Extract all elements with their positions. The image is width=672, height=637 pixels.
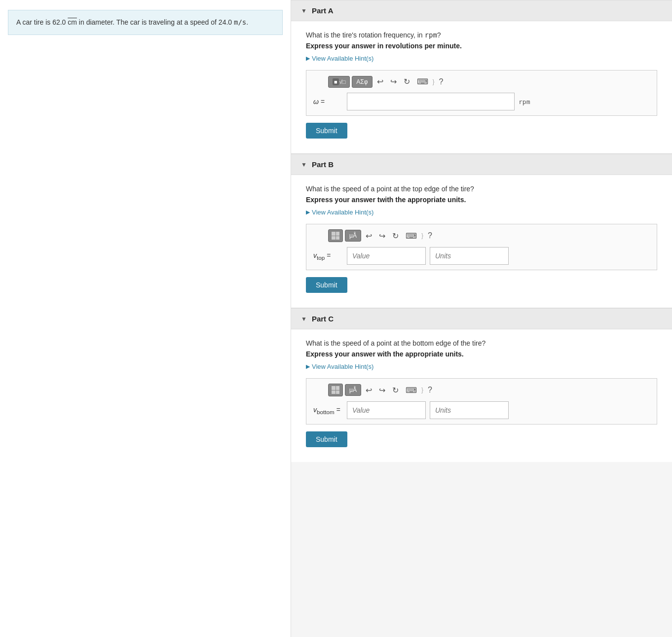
part-a-refresh-button[interactable]: ↻ — [401, 75, 412, 88]
part-a-header: ▼ Part A — [291, 0, 672, 21]
part-c-input-row: vbottom = — [313, 401, 650, 419]
part-c-section: ▼ Part C What is the speed of a point at… — [291, 308, 672, 462]
part-a-toolbar-sep: } — [433, 78, 435, 85]
part-a-hint-arrow: ▶ — [306, 55, 310, 62]
part-a-answer-input[interactable] — [347, 93, 515, 110]
part-b-help-button[interactable]: ? — [425, 230, 435, 242]
part-c-help-button[interactable]: ? — [425, 384, 435, 396]
part-a-greek-button[interactable]: ΑΣφ — [352, 76, 372, 88]
part-c-hint-arrow: ▶ — [306, 363, 310, 370]
part-c-submit-button[interactable]: Submit — [306, 431, 347, 447]
part-b-grid-button[interactable] — [328, 229, 343, 242]
part-b-title: Part B — [312, 160, 334, 169]
problem-statement: A car tire is 62.0 cm in diameter. The c… — [8, 10, 283, 35]
part-b-value-input[interactable] — [347, 247, 426, 265]
part-b-answer-box: μÅ ↩ ↪ ↻ ⌨ } ? vtop = — [306, 224, 657, 270]
part-b-hint-link[interactable]: ▶ View Available Hint(s) — [306, 209, 657, 216]
part-a-hint-text: View Available Hint(s) — [312, 55, 373, 62]
part-c-toolbar: μÅ ↩ ↪ ↻ ⌨ } ? — [313, 384, 650, 396]
part-a-undo-button[interactable]: ↩ — [374, 75, 386, 88]
part-b-units-input[interactable] — [430, 247, 509, 265]
part-c-answer-box: μÅ ↩ ↪ ↻ ⌨ } ? vbottom = — [306, 378, 657, 425]
part-a-input-label: ω = — [313, 98, 343, 106]
part-c-units-input[interactable] — [430, 401, 509, 419]
right-panel: ▼ Part A What is the tire's rotation fre… — [291, 0, 672, 637]
part-b-header: ▼ Part B — [291, 154, 672, 175]
part-b-undo-button[interactable]: ↩ — [363, 230, 374, 242]
part-b-instruction: Express your answer twith the appropriat… — [306, 196, 657, 204]
part-c-hint-link[interactable]: ▶ View Available Hint(s) — [306, 363, 657, 370]
part-b-toolbar: μÅ ↩ ↪ ↻ ⌨ } ? — [313, 229, 650, 242]
part-c-unit-button[interactable]: μÅ — [345, 384, 361, 396]
part-c-value-input[interactable] — [347, 401, 426, 419]
part-b-keyboard-button[interactable]: ⌨ — [403, 230, 419, 242]
part-a-toolbar: ■ √□ ΑΣφ ↩ ↪ ↻ ⌨ } ? — [313, 75, 650, 88]
left-panel: A car tire is 62.0 cm in diameter. The c… — [0, 0, 291, 637]
part-c-undo-button[interactable]: ↩ — [363, 384, 374, 396]
part-a-collapse-icon[interactable]: ▼ — [301, 7, 307, 14]
part-b-refresh-button[interactable]: ↻ — [390, 230, 401, 242]
part-c-refresh-button[interactable]: ↻ — [390, 384, 401, 396]
part-b-unit-button[interactable]: μÅ — [345, 230, 361, 242]
part-b-hint-arrow: ▶ — [306, 209, 310, 215]
part-b-redo-button[interactable]: ↪ — [376, 230, 388, 242]
part-c-grid-button[interactable] — [328, 384, 343, 396]
part-a-title: Part A — [312, 6, 334, 15]
part-a-instruction: Express your answer in revolutions per m… — [306, 42, 657, 50]
part-a-input-row: ω = rpm — [313, 93, 650, 110]
part-a-hint-link[interactable]: ▶ View Available Hint(s) — [306, 55, 657, 62]
part-c-instruction: Express your answer with the appropriate… — [306, 350, 657, 358]
part-c-keyboard-button[interactable]: ⌨ — [403, 384, 419, 396]
part-a-question: What is the tire's rotation frequency, i… — [306, 31, 657, 39]
part-c-header: ▼ Part C — [291, 308, 672, 329]
part-c-hint-text: View Available Hint(s) — [312, 363, 373, 370]
part-a-help-button[interactable]: ? — [437, 76, 446, 88]
part-b-section: ▼ Part B What is the speed of a point at… — [291, 154, 672, 308]
problem-text: A car tire is 62.0 cm in diameter. The c… — [16, 18, 248, 26]
part-a-redo-button[interactable]: ↪ — [388, 75, 399, 88]
part-c-input-label: vbottom = — [313, 406, 343, 415]
part-c-redo-button[interactable]: ↪ — [376, 384, 388, 396]
part-c-content: What is the speed of a point at the bott… — [291, 329, 672, 462]
part-a-unit-label: rpm — [519, 98, 530, 106]
part-a-section: ▼ Part A What is the tire's rotation fre… — [291, 0, 672, 153]
part-c-question: What is the speed of a point at the bott… — [306, 339, 657, 347]
part-a-submit-button[interactable]: Submit — [306, 123, 347, 139]
part-b-input-row: vtop = — [313, 247, 650, 265]
part-b-submit-button[interactable]: Submit — [306, 277, 347, 293]
part-b-question: What is the speed of a point at the top … — [306, 185, 657, 193]
part-c-title: Part C — [312, 315, 334, 323]
speed-unit: m/s — [234, 18, 246, 26]
part-a-content: What is the tire's rotation frequency, i… — [291, 21, 672, 153]
part-c-toolbar-sep: } — [421, 387, 423, 393]
part-b-collapse-icon[interactable]: ▼ — [301, 161, 307, 168]
part-a-keyboard-button[interactable]: ⌨ — [414, 75, 431, 88]
part-b-content: What is the speed of a point at the top … — [291, 175, 672, 308]
part-a-math-button[interactable]: ■ √□ — [328, 76, 350, 88]
part-c-collapse-icon[interactable]: ▼ — [301, 316, 307, 322]
part-b-toolbar-sep: } — [421, 232, 423, 239]
cm-unit: cm — [68, 18, 77, 26]
part-b-input-label: vtop = — [313, 251, 343, 261]
part-b-hint-text: View Available Hint(s) — [312, 209, 373, 216]
part-a-answer-box: ■ √□ ΑΣφ ↩ ↪ ↻ ⌨ } ? ω = rpm — [306, 70, 657, 116]
